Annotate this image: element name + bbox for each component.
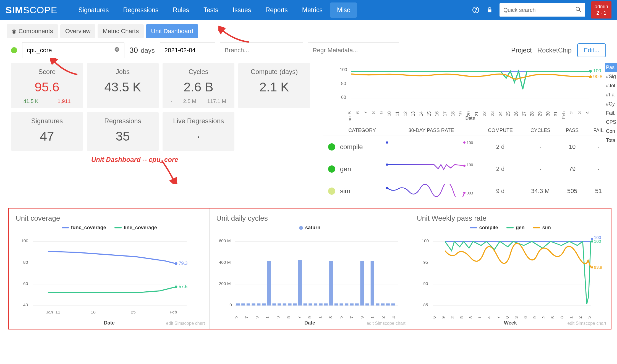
project-label: Project [511,46,532,54]
branch-field[interactable] [225,47,301,54]
svg-text:Feb: Feb [561,111,566,119]
svg-text:100: 100 [467,163,473,167]
nav-item-reports[interactable]: Reports [258,2,295,18]
unit-coverage-panel: Unit coverage func_coverageline_coverage… [9,209,210,329]
svg-text:W 30: W 30 [504,316,509,319]
nav-item-tests[interactable]: Tests [196,2,226,18]
svg-text:23: 23 [328,316,333,319]
svg-text:40: 40 [23,302,28,307]
date-input[interactable] [160,43,215,58]
svg-rect-85 [324,304,328,306]
stat-card-jobs[interactable]: Jobs43.5 K [87,63,159,108]
svg-text:23: 23 [490,111,495,116]
svg-point-58 [175,286,177,288]
svg-point-56 [175,262,177,265]
svg-text:25: 25 [339,316,344,319]
svg-rect-68 [236,304,240,306]
nav-item-regressions[interactable]: Regressions [116,2,166,18]
pass-rate-chart: 100 80 60 100 90.8 Jan−56789101112131415… [323,63,617,121]
svg-text:Jan−11: Jan−11 [46,310,60,314]
stat-card-compute-days-[interactable]: Compute (days)2.1 K [238,63,310,108]
stat-card-regressions[interactable]: Regressions35 [87,112,159,151]
panel-title: Unit Weekly pass rate [417,214,604,223]
edit-chart-link[interactable]: edit Simscope chart [367,321,406,326]
svg-text:19: 19 [307,316,312,319]
subtab-metric-charts[interactable]: Metric Charts [98,24,144,38]
svg-text:18: 18 [91,310,96,314]
side-metric-7[interactable]: Con [605,127,617,136]
svg-text:16: 16 [435,111,439,116]
stat-card-cycles[interactable]: Cycles2.6 B·2.5 M117.1 M [163,63,234,108]
quick-search[interactable] [500,3,585,17]
svg-text:0: 0 [230,302,232,307]
svg-text:W 42: W 42 [541,316,546,319]
svg-rect-76 [278,304,281,306]
svg-rect-72 [257,304,261,306]
subtab-components[interactable]: ◉Components [7,24,58,38]
svg-text:7: 7 [363,111,368,114]
search-icon[interactable] [575,6,581,14]
svg-rect-73 [262,304,266,306]
svg-text:85: 85 [423,302,428,307]
svg-text:W 48: W 48 [560,316,564,319]
svg-text:60: 60 [341,95,346,100]
lock-icon[interactable] [486,6,493,14]
admin-badge[interactable]: admin 2 - 1 [591,1,611,19]
days-input[interactable]: 30 days [129,46,155,55]
svg-text:90.8: 90.8 [467,191,473,195]
category-row-compile[interactable]: compile1002 d·10·0 [323,136,617,158]
svg-text:W 05: W 05 [587,316,592,319]
svg-text:90.8: 90.8 [593,74,602,79]
svg-text:100: 100 [422,238,429,243]
sub-tabs: ◉ComponentsOverviewMetric ChartsUnit Das… [0,20,617,41]
category-row-gen[interactable]: gen1002 d·79·0 [323,158,617,180]
nav-item-metrics[interactable]: Metrics [295,2,330,18]
clear-icon[interactable] [114,47,120,54]
svg-text:21: 21 [318,316,323,319]
subtab-overview[interactable]: Overview [60,24,96,38]
svg-point-50 [463,192,466,194]
unit-input[interactable] [22,43,124,58]
subtab-unit-dashboard[interactable]: Unit Dashboard [146,24,198,38]
edit-chart-link[interactable]: edit Simscope chart [567,321,606,326]
svg-point-119 [591,240,593,242]
stat-card-score[interactable]: Score95.641.5 K1,911 [11,63,83,108]
svg-rect-97 [386,304,390,306]
nav-item-signatures[interactable]: Signatures [71,2,116,18]
category-row-sim[interactable]: sim90.89 d34.3 M505517 [323,180,617,202]
svg-rect-80 [298,260,302,305]
svg-text:Date: Date [466,116,475,120]
svg-point-47 [463,165,466,167]
svg-point-9 [589,75,592,78]
help-icon[interactable] [472,6,480,14]
svg-text:12: 12 [403,111,408,116]
svg-text:18: 18 [451,111,455,116]
regr-metadata-input[interactable] [308,43,399,58]
stat-card-live-regressions[interactable]: Live Regressions· [163,112,234,151]
edit-button[interactable]: Edit... [577,43,606,57]
svg-text:W 36: W 36 [523,316,528,319]
svg-text:60: 60 [23,281,28,286]
stat-card-signatures[interactable]: Signatures47 [11,112,83,151]
svg-text:17: 17 [443,111,447,116]
svg-rect-98 [391,304,395,306]
nav-item-issues[interactable]: Issues [226,2,258,18]
regr-metadata-field[interactable] [313,47,394,54]
svg-rect-83 [314,304,317,306]
svg-text:90: 90 [423,281,428,286]
side-metric-8[interactable]: Tota [605,136,617,145]
branch-input[interactable] [220,43,303,58]
unit-input-field[interactable] [27,47,114,54]
svg-rect-82 [309,304,312,306]
quick-search-input[interactable] [503,7,575,13]
svg-rect-96 [381,304,385,306]
nav-item-rules[interactable]: Rules [166,2,196,18]
svg-text:W 02: W 02 [578,316,582,319]
svg-text:W 27: W 27 [495,316,500,319]
svg-rect-87 [334,304,338,306]
nav-item-misc[interactable]: Misc [330,2,357,18]
svg-text:93.9: 93.9 [594,265,602,270]
unit-charts-container: Unit coverage func_coverageline_coverage… [8,208,611,329]
edit-chart-link[interactable]: edit Simscope chart [166,321,205,326]
svg-rect-95 [376,304,380,306]
